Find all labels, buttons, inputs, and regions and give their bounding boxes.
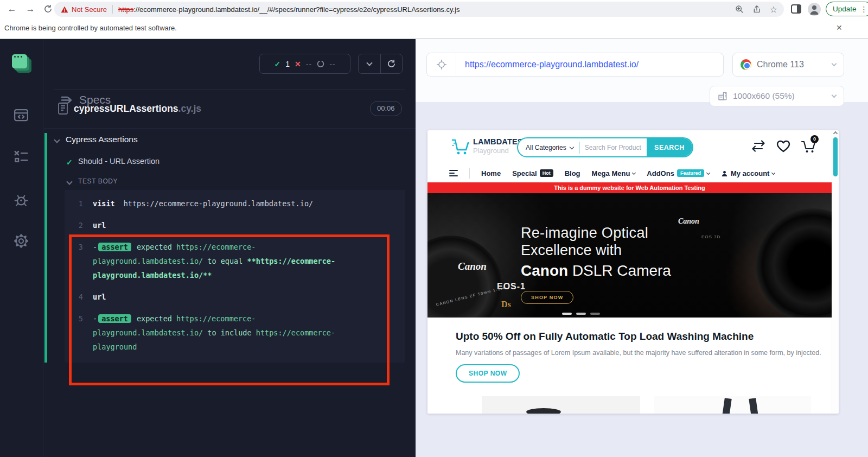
command-method: visit (93, 199, 115, 208)
command-row-url[interactable]: 4 url (65, 290, 405, 304)
share-icon[interactable] (752, 5, 761, 14)
hero-heading-line3: Canon DSLR Camera (521, 262, 671, 280)
carousel-dot-3[interactable] (590, 313, 600, 315)
command-row-visit[interactable]: 1 visithttps://ecommerce-playground.lamb… (65, 196, 405, 211)
command-number: 1 (65, 196, 93, 211)
nav-account-label: My account (731, 169, 770, 177)
test-title[interactable]: Should - URL Assertion (78, 157, 159, 166)
address-bar[interactable]: Not Secure https://ecommerce-playground.… (54, 2, 784, 17)
cypress-logo[interactable] (12, 54, 33, 74)
selector-playground-button[interactable] (427, 53, 456, 76)
not-secure-warning[interactable]: Not Secure (61, 5, 107, 14)
category-dropdown[interactable]: All Categories (518, 144, 579, 151)
hero-shop-now-button[interactable]: SHOP NOW (521, 291, 573, 304)
camera-model-sub: Ds (501, 300, 511, 309)
chevron-down-icon (569, 144, 573, 149)
side-panel-icon[interactable] (791, 4, 801, 14)
camera-lens-right (756, 208, 832, 318)
assert-dash: - (93, 314, 97, 323)
code-window-icon[interactable] (13, 107, 30, 124)
chevron-down-icon[interactable] (54, 137, 60, 143)
hero-banner[interactable]: Canon EOS-1 Ds CANON LENS EF 50mm 1:1.4 … (427, 193, 832, 318)
collapse-all-button[interactable] (359, 54, 380, 73)
assert-text: expected (137, 243, 172, 251)
pending-icon (317, 60, 324, 68)
automation-banner-text: Chrome is being controlled by automated … (4, 24, 177, 32)
passed-count: 1 (285, 60, 290, 68)
browser-selector-label: Chrome 113 (757, 60, 804, 69)
settings-icon[interactable] (13, 233, 30, 250)
carousel-dot-2[interactable] (576, 313, 586, 315)
bookmark-icon[interactable]: ☆ (770, 4, 777, 15)
command-number: 3 (65, 240, 93, 282)
hero-heading-line2: Excellence with (521, 242, 622, 259)
canon-logo-right: Canon (678, 217, 699, 226)
nav-home[interactable]: Home (481, 169, 501, 177)
search-bar: All Categories SEARCH (517, 137, 693, 157)
close-icon[interactable]: ✕ (836, 23, 843, 32)
chevron-down-icon[interactable] (66, 179, 72, 185)
test-body-section[interactable]: TEST BODY (78, 177, 118, 185)
command-row-url[interactable]: 2 url (65, 218, 405, 232)
scrollbar-thumb[interactable] (833, 137, 838, 176)
category-label: All Categories (526, 144, 566, 151)
browser-selector[interactable]: Chrome 113 (732, 53, 844, 77)
spec-file-name[interactable]: cypressURLAssertions.cy.js (74, 103, 201, 115)
nav-mega-menu[interactable]: Mega Menu (592, 169, 636, 177)
search-button[interactable]: SEARCH (647, 138, 692, 156)
update-button[interactable]: Update ⋮ (826, 2, 868, 16)
profile-avatar[interactable] (808, 3, 821, 16)
nav-addons-label: AddOns (647, 169, 674, 177)
reload-icon[interactable] (41, 3, 54, 16)
chevron-down-icon (632, 170, 636, 174)
kebab-menu-icon[interactable]: ⋮ (860, 5, 868, 14)
search-input[interactable] (579, 144, 647, 151)
camera-model-right: EOS 7D (701, 234, 720, 239)
pending-count: -- (329, 60, 335, 68)
product-image-right[interactable] (654, 396, 811, 414)
stats-group[interactable]: ✓ 1 ✕ -- -- (259, 54, 350, 74)
zoom-icon[interactable] (735, 5, 744, 14)
cart-icon[interactable]: 0 (800, 138, 816, 154)
update-label: Update (833, 5, 857, 13)
featured-badge: Featured (677, 169, 704, 177)
compare-icon[interactable] (750, 138, 767, 154)
nav-blog[interactable]: Blog (565, 169, 580, 177)
preview-url-input[interactable] (456, 53, 723, 76)
assert-badge: assert (98, 314, 131, 323)
nav-my-account[interactable]: My account (721, 169, 775, 177)
command-number: 5 (65, 312, 93, 354)
passed-icon: ✓ (275, 60, 281, 68)
sidebar-rail (0, 39, 43, 457)
preview-url-bar (426, 53, 724, 77)
command-row-assert-include[interactable]: 5 -assertexpected https://ecommerce-play… (65, 312, 405, 354)
command-row-assert-equal[interactable]: 3 -assertexpected https://ecommerce-play… (65, 240, 405, 282)
promo-title: Upto 50% Off on Fully Automatic Top Load… (456, 331, 754, 342)
preview-scrollbar[interactable] (832, 130, 839, 414)
rerun-button[interactable] (380, 54, 403, 73)
nav-special[interactable]: SpecialHot (512, 169, 553, 177)
scroll-up-icon[interactable] (833, 131, 838, 136)
carousel-dot-1[interactable] (562, 313, 572, 315)
canon-logo-left: Canon (458, 261, 487, 272)
hero-line3-rest: DSLR Camera (568, 262, 671, 279)
ruler-icon (718, 91, 727, 101)
promo-shop-now-button[interactable]: SHOP NOW (456, 364, 520, 383)
preview-pane: Chrome 113 1000x660 (55%) LAMBDATESTPlay… (416, 39, 868, 457)
account-icon (721, 170, 728, 177)
forward-icon[interactable]: → (24, 3, 37, 16)
site-logo[interactable]: LAMBDATESTPlayground (450, 136, 528, 156)
viewport-size-selector[interactable]: 1000x660 (55%) (710, 86, 844, 106)
product-image-left[interactable] (482, 396, 640, 414)
divider (54, 90, 405, 90)
nav-addons[interactable]: AddOnsFeatured (647, 169, 710, 177)
hero-heading-line1: Re-imagine Optical (521, 225, 648, 242)
back-icon[interactable]: ← (5, 3, 18, 16)
hamburger-icon[interactable] (449, 170, 458, 176)
test-list-icon[interactable] (13, 149, 30, 166)
suite-title[interactable]: Cypress Assertions (66, 135, 138, 144)
security-label: Not Secure (72, 5, 107, 14)
debug-icon[interactable] (13, 192, 30, 209)
site-header: LAMBDATESTPlayground All Categories SEAR… (427, 130, 832, 164)
wishlist-heart-icon[interactable] (775, 138, 792, 154)
